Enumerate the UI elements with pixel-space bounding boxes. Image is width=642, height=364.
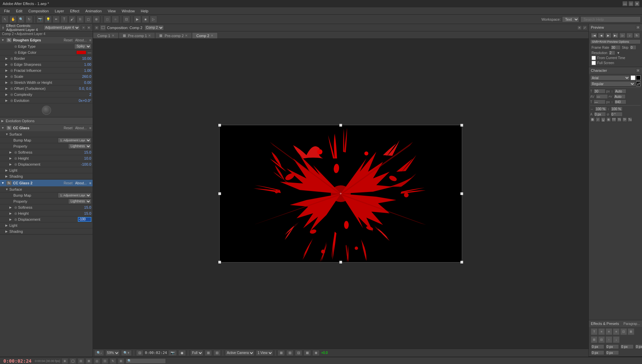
- evolution-value[interactable]: 0x+0.0°: [79, 99, 91, 103]
- search-help-input[interactable]: [580, 16, 641, 22]
- vc-show-channel[interactable]: ◉: [178, 350, 186, 356]
- vc-zoom-in[interactable]: 🔍+: [121, 350, 132, 356]
- roughen-edges-reset[interactable]: Reset: [64, 38, 73, 42]
- menu-composition[interactable]: Composition: [26, 8, 51, 14]
- handle-top-mid[interactable]: [339, 124, 342, 127]
- scale-expand[interactable]: ▶: [5, 75, 9, 78]
- vc-grid[interactable]: ⊞: [278, 350, 285, 356]
- ccg2-displacement-input[interactable]: [78, 217, 91, 222]
- ep-spacing-3[interactable]: [620, 344, 634, 349]
- tool-eraser[interactable]: ◻: [85, 16, 92, 23]
- cc-glass-2-about[interactable]: About...: [75, 181, 87, 185]
- ccg-height-expand[interactable]: ▶: [9, 157, 13, 160]
- tool-zoom[interactable]: 🔍: [17, 16, 25, 23]
- ec-menu-button[interactable]: ≡: [1, 25, 5, 30]
- timeline-search[interactable]: [126, 358, 166, 364]
- offset-expand[interactable]: ▶: [5, 87, 9, 90]
- edge-sharpness-expand[interactable]: ▶: [5, 63, 9, 66]
- tool-rotate[interactable]: ↻: [25, 16, 33, 23]
- cc-glass-2-header[interactable]: ▼ fx CC Glass 2 Reset About... ≡: [0, 180, 93, 186]
- ep-spacing-5[interactable]: [591, 350, 604, 355]
- ep-spacing-1[interactable]: [591, 344, 604, 349]
- tool-clone[interactable]: ⎘: [77, 16, 84, 23]
- maximize-button[interactable]: □: [629, 1, 633, 6]
- complexity-expand[interactable]: ▶: [5, 93, 9, 96]
- ep-icon-4[interactable]: ≡: [613, 328, 620, 335]
- tool-text[interactable]: T: [61, 16, 68, 23]
- ccg2-softness-value[interactable]: 15.0: [84, 205, 91, 209]
- comp-tab-comp2-close[interactable]: ✕: [211, 34, 213, 37]
- handle-bottom-mid[interactable]: [339, 261, 342, 263]
- char-kerning-input[interactable]: [596, 94, 608, 99]
- vc-zoom-select[interactable]: 59%: [105, 350, 120, 356]
- ep-icon-6[interactable]: ⊠: [628, 328, 634, 335]
- ccg-softness-expand[interactable]: ▶: [9, 151, 13, 154]
- preview-options-button[interactable]: Shift+RAM Preview Options: [590, 39, 641, 44]
- edge-type-select[interactable]: Spiky: [74, 44, 91, 49]
- char-underline-btn[interactable]: U: [601, 117, 606, 122]
- ccg2-shading-expand[interactable]: ▶: [5, 230, 9, 233]
- menu-layer[interactable]: Layer: [52, 8, 67, 14]
- vc-3d-overlay[interactable]: ⊕: [312, 350, 320, 356]
- char-sub-btn[interactable]: T₂: [628, 117, 632, 122]
- char-vscale-input[interactable]: [611, 107, 623, 111]
- ec-expand-button[interactable]: +: [81, 25, 86, 30]
- preview-skip-input[interactable]: [630, 45, 636, 50]
- ep-icon-8[interactable]: ⊟: [598, 336, 605, 343]
- ccg2-displacement-expand[interactable]: ▶: [9, 218, 13, 221]
- preview-framerate-input[interactable]: [611, 45, 621, 50]
- tool-preview-stop[interactable]: ■: [142, 16, 149, 23]
- minimize-button[interactable]: —: [623, 1, 627, 6]
- ep-icon-1[interactable]: T: [591, 328, 598, 335]
- vc-transparent[interactable]: ⊟: [213, 350, 221, 356]
- stretch-expand[interactable]: ▶: [5, 81, 9, 84]
- menu-file[interactable]: File: [1, 8, 13, 14]
- comp-tab-precomp1[interactable]: Pre-comp 1 ✕: [119, 32, 155, 38]
- tool-ram-preview[interactable]: ▷: [150, 16, 157, 23]
- handle-bottom-right[interactable]: [460, 261, 463, 263]
- ep-icon-2[interactable]: ≡: [598, 328, 605, 335]
- timeline-timecode[interactable]: 0:00:02:24: [1, 358, 33, 364]
- menu-view[interactable]: View: [105, 8, 118, 14]
- transport-audio[interactable]: ♪: [626, 33, 633, 38]
- ccg2-height-value[interactable]: 15.0: [84, 211, 91, 215]
- handle-top-right[interactable]: [460, 124, 463, 127]
- comp-viewer-select[interactable]: Comp 2: [144, 25, 164, 30]
- comp-panel-float[interactable]: ⤢: [582, 25, 587, 30]
- ccg2-height-expand[interactable]: ▶: [9, 212, 13, 215]
- vc-rulers[interactable]: ⊡: [295, 350, 302, 356]
- ccg-surface-expand[interactable]: ▼: [5, 133, 9, 136]
- vc-guides[interactable]: ⊟: [286, 350, 294, 356]
- vc-camera-select[interactable]: Active Camera: [225, 350, 254, 356]
- tool-rect[interactable]: □: [104, 16, 111, 23]
- tl-btn-5[interactable]: ◎: [94, 358, 100, 364]
- tool-roto[interactable]: ⊕: [93, 16, 100, 23]
- edge-sharpness-value[interactable]: 1.00: [84, 62, 91, 66]
- vc-region[interactable]: ⊞: [205, 350, 212, 356]
- char-stroke-color[interactable]: [636, 75, 641, 80]
- ep-spacing-2[interactable]: [606, 344, 619, 349]
- char-style-select[interactable]: Regular: [590, 81, 635, 86]
- evolution-dial[interactable]: [42, 106, 51, 115]
- char-italic-btn[interactable]: I: [596, 117, 600, 122]
- ccg2-surface-expand[interactable]: ▼: [5, 188, 9, 191]
- char-baseline-input[interactable]: [594, 112, 606, 117]
- comp-tab-comp2[interactable]: Comp 2 ✕: [192, 32, 218, 38]
- ccg-height-value[interactable]: 10.0: [84, 156, 91, 160]
- complexity-value[interactable]: 2: [89, 93, 91, 97]
- transport-first[interactable]: |◀: [591, 33, 597, 38]
- comp-tab-precomp2-close[interactable]: ✕: [185, 34, 188, 37]
- menu-help[interactable]: Help: [138, 8, 151, 14]
- char-swap-btn[interactable]: ⇄: [636, 81, 641, 86]
- tool-brush[interactable]: 🖌: [69, 16, 76, 23]
- tool-camera[interactable]: 📷: [36, 16, 44, 23]
- border-expand[interactable]: ▶: [5, 57, 9, 60]
- handle-top-left[interactable]: [218, 124, 221, 127]
- workspace-select[interactable]: Text: [562, 16, 579, 22]
- stretch-value[interactable]: 0.00: [84, 80, 91, 84]
- tool-light[interactable]: 💡: [44, 16, 52, 23]
- ccg-softness-value[interactable]: 15.0: [84, 150, 91, 154]
- ep-spacing-4[interactable]: [635, 344, 642, 349]
- char-strikethrough-btn[interactable]: S: [606, 117, 611, 122]
- menu-animation[interactable]: Animation: [83, 8, 104, 14]
